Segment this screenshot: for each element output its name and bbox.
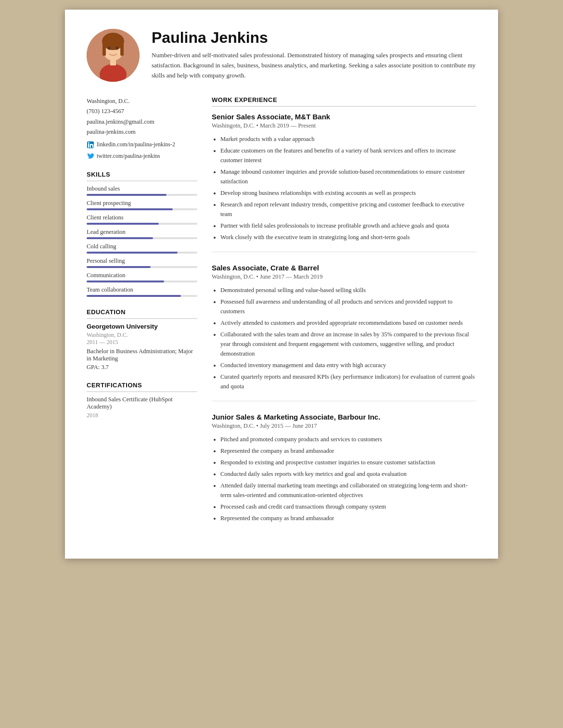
job-bullet: Conducted daily sales reports with key m…	[220, 469, 476, 479]
job-bullet: Responded to existing and prospective cu…	[220, 458, 476, 467]
job-bullet: Demonstrated personal selling and value-…	[220, 285, 476, 295]
skill-bar-background	[87, 295, 197, 297]
skill-bar-fill	[87, 266, 151, 268]
job-item: Sales Associate, Crate & Barrel Washingt…	[212, 264, 476, 401]
skills-list: Inbound sales Client prospecting Client …	[87, 185, 197, 297]
resume-body: Washington, D.C. (703) 123-4567 paulina.…	[87, 96, 476, 535]
skills-heading: SKILLS	[87, 171, 197, 181]
job-bullet: Market products with a value approach	[220, 134, 476, 144]
work-heading: WORK EXPERIENCE	[212, 96, 476, 107]
school-gpa: GPA: 3.7	[87, 364, 197, 371]
contact-website: paulina-jenkins.com	[87, 127, 197, 137]
school-degree: Bachelor in Business Administration; Maj…	[87, 348, 197, 362]
job-title: Junior Sales & Marketing Associate, Barb…	[212, 413, 476, 421]
cert-year: 2018	[87, 412, 197, 419]
school-name: Georgetown University	[87, 323, 197, 330]
resume-document: Paulina Jenkins Number-driven and self-m…	[65, 10, 498, 559]
candidate-summary: Number-driven and self-motivated sales p…	[152, 51, 476, 80]
skill-bar-fill	[87, 208, 173, 210]
job-bullet: Represented the company as brand ambassa…	[220, 513, 476, 523]
contact-section: Washington, D.C. (703) 123-4567 paulina.…	[87, 96, 197, 160]
job-bullet: Possessed full awareness and understandi…	[220, 297, 476, 316]
twitter-icon	[87, 153, 94, 160]
contact-email: paulina.jenkins@gmail.com	[87, 117, 197, 127]
svg-rect-4	[120, 41, 124, 56]
skill-bar-background	[87, 237, 197, 239]
twitter-text: twitter.com/paulina-jenkins	[97, 152, 160, 160]
skill-bar-background	[87, 223, 197, 225]
candidate-name: Paulina Jenkins	[152, 29, 476, 47]
education-section: EDUCATION Georgetown University Washingt…	[87, 308, 197, 371]
linkedin-row: linkedin.com/in/paulina-jenkins-2	[87, 140, 197, 149]
svg-rect-3	[102, 41, 106, 56]
svg-point-7	[108, 47, 111, 50]
jobs-list: Senior Sales Associate, M&T Bank Washing…	[212, 113, 476, 523]
job-bullet: Partner with field sales professionals t…	[220, 221, 476, 230]
contact-phone: (703) 123-4567	[87, 106, 197, 116]
job-title: Senior Sales Associate, M&T Bank	[212, 113, 476, 121]
skill-item: Cold calling	[87, 243, 197, 254]
certifications-heading: CERTIFICATIONS	[87, 382, 197, 392]
skill-bar-background	[87, 266, 197, 268]
linkedin-text: linkedin.com/in/paulina-jenkins-2	[97, 140, 175, 149]
skill-bar-fill	[87, 237, 153, 239]
svg-rect-6	[110, 59, 116, 65]
skill-item: Personal selling	[87, 257, 197, 268]
job-bullet: Develop strong business relationships wi…	[220, 188, 476, 198]
skill-name: Client relations	[87, 214, 197, 221]
skill-name: Lead generation	[87, 229, 197, 236]
skill-bar-background	[87, 281, 197, 282]
job-divider	[212, 401, 476, 401]
job-bullet: Attended daily internal marketing team m…	[220, 481, 476, 500]
svg-point-11	[88, 142, 90, 144]
job-bullet: Research and report relevant industry tr…	[220, 200, 476, 219]
skill-bar-background	[87, 208, 197, 210]
skill-name: Cold calling	[87, 243, 197, 250]
job-bullet: Processed cash and credit card transacti…	[220, 502, 476, 511]
skill-name: Communication	[87, 272, 197, 279]
skill-bar-background	[87, 252, 197, 254]
header-text-block: Paulina Jenkins Number-driven and self-m…	[152, 29, 476, 80]
job-item: Senior Sales Associate, M&T Bank Washing…	[212, 113, 476, 252]
certifications-list: Inbound Sales Certificate (HubSpot Acade…	[87, 396, 197, 419]
job-bullets-list: Market products with a value approachEdu…	[212, 134, 476, 242]
left-column: Washington, D.C. (703) 123-4567 paulina.…	[87, 96, 197, 535]
job-bullets-list: Pitched and promoted company products an…	[212, 434, 476, 523]
skill-bar-fill	[87, 252, 178, 254]
job-bullet: Educate customers on the features and be…	[220, 146, 476, 165]
job-divider	[212, 252, 476, 252]
avatar	[87, 29, 140, 82]
job-bullet: Pitched and promoted company products an…	[220, 434, 476, 444]
skill-name: Inbound sales	[87, 185, 197, 192]
job-bullet: Manage inbound customer inquiries and pr…	[220, 167, 476, 186]
job-meta: Washington, D.C. • July 2015 — June 2017	[212, 422, 476, 430]
svg-rect-10	[88, 144, 90, 148]
job-bullet: Represented the company as brand ambassa…	[220, 446, 476, 456]
skill-item: Team collaboration	[87, 286, 197, 297]
cert-name: Inbound Sales Certificate (HubSpot Acade…	[87, 396, 197, 410]
skills-section: SKILLS Inbound sales Client prospecting …	[87, 171, 197, 297]
skill-name: Personal selling	[87, 257, 197, 265]
skill-name: Team collaboration	[87, 286, 197, 294]
certification-item: Inbound Sales Certificate (HubSpot Acade…	[87, 396, 197, 419]
job-bullets-list: Demonstrated personal selling and value-…	[212, 285, 476, 391]
certifications-section: CERTIFICATIONS Inbound Sales Certificate…	[87, 382, 197, 419]
skill-bar-fill	[87, 223, 159, 225]
contact-location: Washington, D.C.	[87, 96, 197, 106]
job-meta: Washingotn, D.C. • March 2019 — Present	[212, 122, 476, 129]
job-bullet: Conducted inventory management and data …	[220, 360, 476, 370]
skill-item: Client prospecting	[87, 200, 197, 210]
linkedin-icon	[87, 141, 94, 149]
job-title: Sales Associate, Crate & Barrel	[212, 264, 476, 272]
school-location: Washington, D.C.	[87, 332, 197, 339]
skill-item: Lead generation	[87, 229, 197, 239]
skill-bar-background	[87, 194, 197, 196]
job-bullet: Collaborated with the sales team and dro…	[220, 330, 476, 358]
twitter-row: twitter.com/paulina-jenkins	[87, 152, 197, 160]
education-heading: EDUCATION	[87, 308, 197, 319]
skill-item: Inbound sales	[87, 185, 197, 196]
skill-item: Client relations	[87, 214, 197, 225]
skill-item: Communication	[87, 272, 197, 282]
skill-name: Client prospecting	[87, 200, 197, 207]
job-bullet: Work closely with the executive team in …	[220, 232, 476, 242]
